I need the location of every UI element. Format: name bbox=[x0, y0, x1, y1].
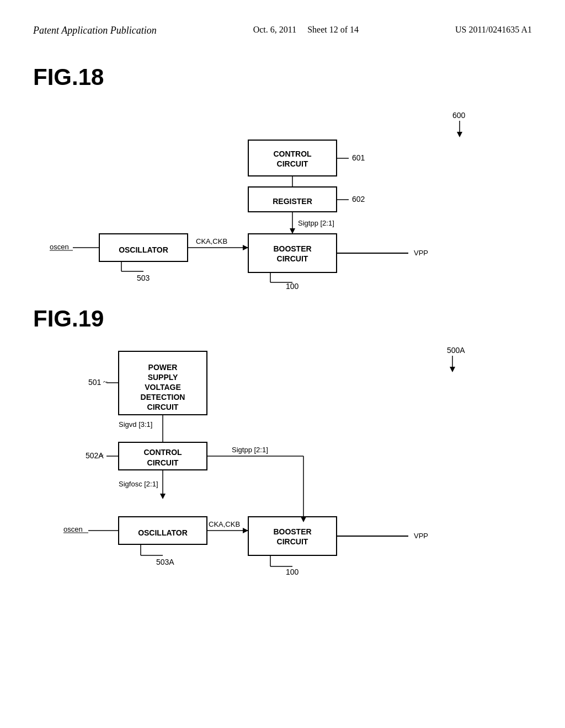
fig19-diagram: 500A POWER SUPPLY VOLTAGE DETECTION CIRC… bbox=[33, 343, 532, 586]
fig18-oscillator-label: OSCILLATOR bbox=[119, 245, 168, 254]
fig19-label: FIG.19 bbox=[33, 306, 532, 332]
fig18-ref600: 600 bbox=[452, 111, 466, 120]
fig18-control-circuit-label1: CONTROL bbox=[273, 149, 312, 158]
fig19-psvd-label5: CIRCUIT bbox=[147, 403, 179, 411]
fig19-psvd-label2: SUPPLY bbox=[148, 373, 178, 382]
svg-marker-26 bbox=[160, 494, 166, 499]
fig19-oscen-label: oscen bbox=[63, 525, 83, 533]
fig18-register-label: REGISTER bbox=[273, 197, 312, 206]
header-publication: Patent Application Publication bbox=[33, 25, 157, 36]
figure-18-section: FIG.18 600 CONTROL CIRCUIT 601 REGISTER bbox=[33, 64, 532, 289]
fig18-booster-label1: BOOSTER bbox=[273, 244, 311, 253]
svg-marker-6 bbox=[290, 228, 295, 234]
fig19-ref500a: 500A bbox=[447, 346, 465, 355]
fig19-psvd-label1: POWER bbox=[148, 363, 178, 372]
fig19-vpp-label: VPP bbox=[414, 532, 428, 540]
fig19-ref501-tilde: ~ bbox=[103, 378, 108, 387]
fig18-ref503: 503 bbox=[137, 274, 150, 282]
fig19-sigvd-label: Sigvd [3:1] bbox=[119, 420, 152, 429]
page-header: Patent Application Publication Oct. 6, 2… bbox=[0, 0, 565, 47]
fig18-booster-box bbox=[248, 234, 337, 272]
fig19-booster-box bbox=[248, 517, 337, 555]
header-sheet: Sheet 12 of 14 bbox=[307, 25, 359, 34]
fig18-oscen-label: oscen bbox=[50, 243, 69, 251]
fig18-booster-label2: CIRCUIT bbox=[277, 254, 308, 263]
svg-marker-18 bbox=[450, 367, 455, 372]
fig19-control-label1: CONTROL bbox=[143, 448, 182, 457]
page: Patent Application Publication Oct. 6, 2… bbox=[0, 0, 565, 728]
fig19-sigfosc-label: Sigfosc [2:1] bbox=[119, 480, 158, 488]
fig18-ckackb-label: CKA,CKB bbox=[196, 237, 227, 245]
svg-marker-24 bbox=[301, 517, 306, 522]
fig19-psvd-label4: DETECTION bbox=[141, 393, 185, 402]
fig18-ref602: 602 bbox=[352, 195, 365, 204]
header-center: Oct. 6, 2011 Sheet 12 of 14 bbox=[253, 25, 359, 35]
fig18-control-circuit-label2: CIRCUIT bbox=[277, 159, 308, 168]
fig19-svg: 500A POWER SUPPLY VOLTAGE DETECTION CIRC… bbox=[33, 343, 508, 586]
svg-marker-30 bbox=[243, 528, 248, 533]
fig19-oscillator-label: OSCILLATOR bbox=[138, 528, 188, 537]
fig18-vpp-label: VPP bbox=[414, 249, 428, 257]
fig18-ref100: 100 bbox=[286, 282, 299, 289]
svg-marker-1 bbox=[457, 132, 462, 137]
fig19-booster-label1: BOOSTER bbox=[273, 527, 311, 536]
fig18-svg: 600 CONTROL CIRCUIT 601 REGISTER 602 bbox=[33, 101, 508, 289]
fig19-booster-label2: CIRCUIT bbox=[277, 537, 308, 546]
svg-marker-11 bbox=[243, 245, 248, 250]
fig19-psvd-label3: VOLTAGE bbox=[145, 383, 181, 392]
fig19-ref100: 100 bbox=[286, 568, 299, 576]
fig19-ref502a-tilde: ~ bbox=[99, 452, 104, 460]
header-date: Oct. 6, 2011 bbox=[253, 25, 297, 34]
fig19-control-label2: CIRCUIT bbox=[147, 458, 179, 467]
fig19-sigtpp-label: Sigtpp [2:1] bbox=[232, 446, 268, 454]
fig19-ckackb-label: CKA,CKB bbox=[209, 520, 240, 528]
fig19-ref503a: 503A bbox=[156, 558, 174, 566]
fig18-ref601: 601 bbox=[352, 153, 365, 162]
fig18-sigtpp-label: Sigtpp [2:1] bbox=[298, 219, 334, 227]
fig19-ref501: 501 bbox=[88, 378, 102, 387]
header-patent-number: US 2011/0241635 A1 bbox=[455, 25, 532, 35]
figure-19-section: FIG.19 500A POWER SUPPLY VOLTAGE DETECTI… bbox=[33, 306, 532, 586]
fig18-diagram: 600 CONTROL CIRCUIT 601 REGISTER 602 bbox=[33, 101, 532, 289]
fig18-label: FIG.18 bbox=[33, 64, 532, 90]
